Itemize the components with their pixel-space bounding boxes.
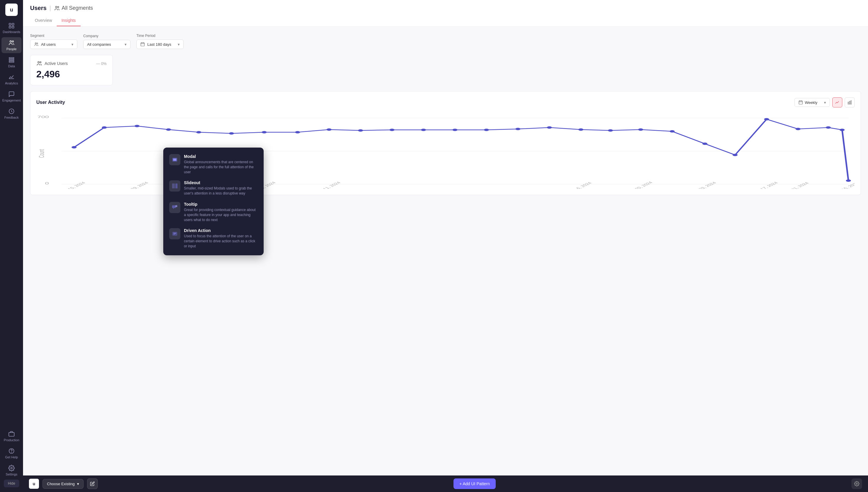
pencil-button[interactable] <box>87 478 98 489</box>
company-filter-chevron: ▾ <box>125 42 127 47</box>
svg-point-42 <box>196 131 201 133</box>
company-filter-value: All companies <box>87 42 111 47</box>
sidebar-item-get-help[interactable]: Get Help <box>1 445 22 461</box>
slideout-svg <box>171 183 178 189</box>
sidebar-label-data: Data <box>8 64 15 68</box>
svg-point-50 <box>452 129 457 131</box>
svg-point-56 <box>638 128 643 131</box>
title-separator: | <box>50 5 51 11</box>
choose-existing-label: Choose Existing <box>47 482 75 486</box>
tooltip-svg: i <box>171 204 178 211</box>
sidebar-item-people[interactable]: People <box>1 37 22 53</box>
segment-filter-group: Segment All users ▾ <box>30 34 77 49</box>
choose-existing-button[interactable]: Choose Existing ▾ <box>43 479 83 489</box>
driven-action-icon <box>169 228 180 239</box>
slideout-icon <box>169 180 180 192</box>
sidebar-item-engagement[interactable]: Engagement <box>1 89 22 104</box>
production-icon <box>8 430 15 437</box>
line-chart-button[interactable] <box>832 97 842 107</box>
svg-point-40 <box>135 125 140 127</box>
svg-rect-7 <box>9 59 14 60</box>
time-filter-value: Last 180 days <box>147 42 171 47</box>
sidebar-item-data[interactable]: Data <box>1 54 22 70</box>
svg-rect-77 <box>173 158 176 161</box>
sidebar-item-feedback[interactable]: Feedback <box>1 106 22 122</box>
svg-rect-78 <box>175 183 177 189</box>
settings-icon <box>8 465 15 471</box>
dropdown-item-driven-action[interactable]: Driven Action Used to focus the attentio… <box>167 225 260 251</box>
activity-chart-svg: 700 0 Count <box>36 112 855 189</box>
svg-point-5 <box>12 41 14 42</box>
svg-rect-31 <box>850 101 851 104</box>
svg-point-46 <box>327 128 332 131</box>
svg-point-41 <box>166 128 171 131</box>
svg-point-17 <box>35 43 36 44</box>
svg-rect-0 <box>9 23 11 25</box>
time-filter-select[interactable]: Last 180 days ▾ <box>137 40 184 49</box>
svg-rect-3 <box>12 26 14 28</box>
svg-point-64 <box>846 179 851 182</box>
svg-point-60 <box>764 118 769 120</box>
period-chevron: ▾ <box>824 100 826 105</box>
bottom-settings-button[interactable] <box>851 478 862 489</box>
svg-rect-19 <box>141 43 144 46</box>
hide-button[interactable]: Hide <box>4 479 20 487</box>
sidebar-item-settings[interactable]: Settings <box>1 463 22 478</box>
pencil-icon <box>90 482 95 486</box>
svg-point-38 <box>71 146 76 148</box>
dropdown-item-slideout[interactable]: Slideout Smaller, mid-sized Modals used … <box>167 177 260 199</box>
driven-action-desc: Used to focus the attention of the user … <box>184 234 258 248</box>
data-icon <box>8 57 15 63</box>
dashboards-icon <box>8 22 15 29</box>
svg-text:May 20, 2024: May 20, 2024 <box>625 181 654 189</box>
segment-filter-value: All users <box>41 42 56 47</box>
sidebar-label-people: People <box>6 47 17 51</box>
segment-filter-chevron: ▾ <box>71 42 73 47</box>
svg-point-51 <box>484 129 489 131</box>
sidebar-item-dashboards[interactable]: Dashboards <box>1 20 22 36</box>
stats-card-change: — 0% <box>96 62 106 66</box>
svg-rect-11 <box>9 433 14 436</box>
svg-rect-85 <box>173 233 176 234</box>
company-filter-group: Company All companies ▾ <box>83 34 130 49</box>
svg-rect-86 <box>173 234 175 235</box>
sidebar-label-help: Get Help <box>5 456 18 459</box>
add-pattern-button[interactable]: + Add UI Pattern <box>454 478 496 489</box>
company-filter-select[interactable]: All companies ▾ <box>83 40 130 49</box>
bar-chart-icon <box>847 100 852 105</box>
bottom-logo: u <box>29 479 39 489</box>
chart-title: User Activity <box>36 100 65 105</box>
dropdown-item-tooltip[interactable]: i Tooltip Great for providing contextual… <box>167 199 260 225</box>
bar-chart-button[interactable] <box>845 97 855 107</box>
sidebar-item-analytics[interactable]: Analytics <box>1 71 22 88</box>
content-area: Segment All users ▾ Company All companie… <box>23 27 868 475</box>
svg-rect-30 <box>849 101 850 104</box>
svg-text:Jul 15, 2024: Jul 15, 2024 <box>834 181 855 189</box>
svg-point-58 <box>702 143 707 145</box>
svg-rect-6 <box>9 57 14 59</box>
sidebar-item-production[interactable]: Production <box>1 428 22 444</box>
bottom-bar: u Choose Existing ▾ + Add UI Pattern <box>23 475 868 492</box>
svg-point-57 <box>670 130 675 132</box>
segment-label: All Segments <box>54 5 93 11</box>
svg-text:Jul 01, 2024: Jul 01, 2024 <box>783 181 810 189</box>
tab-overview[interactable]: Overview <box>30 15 57 26</box>
tab-insights[interactable]: Insights <box>57 15 80 26</box>
sidebar-label-production: Production <box>4 438 20 442</box>
sidebar-label-feedback: Feedback <box>4 116 19 119</box>
svg-point-47 <box>358 129 363 132</box>
tooltip-desc: Great for providing contextual guidance … <box>184 207 258 222</box>
segment-filter-select[interactable]: All users ▾ <box>30 40 77 49</box>
svg-rect-1 <box>12 23 14 25</box>
stats-card: Active Users — 0% 2,496 <box>30 55 113 85</box>
dropdown-item-modal[interactable]: Modal Global announcements that are cent… <box>167 151 260 177</box>
chart-period-select[interactable]: Weekly ▾ <box>795 98 830 107</box>
header: Users | All Segments Overview Insights <box>23 0 868 27</box>
svg-rect-79 <box>172 183 175 189</box>
sidebar: u Dashboards People Data Analytics <box>0 0 23 492</box>
svg-rect-8 <box>9 62 14 63</box>
people-icon <box>8 40 15 46</box>
choose-existing-chevron: ▾ <box>77 482 79 486</box>
svg-marker-81 <box>173 208 174 209</box>
modal-desc: Global announcements that are centered o… <box>184 160 258 174</box>
